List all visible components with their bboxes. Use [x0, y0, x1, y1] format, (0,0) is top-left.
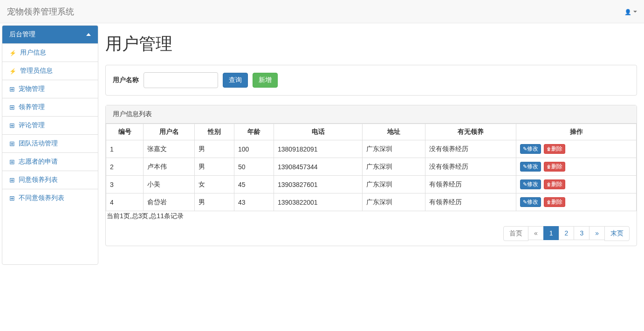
sitemap-icon	[9, 85, 15, 93]
table-panel: 用户信息列表 编号 用户名 性别 年龄 电话 地址 有无领养 操作 1张嘉文男1…	[105, 105, 637, 246]
pencil-icon	[523, 181, 527, 187]
cell-phone: 13903822001	[274, 193, 363, 211]
th-gender: 性别	[195, 124, 234, 140]
th-phone: 电话	[274, 124, 363, 140]
sidebar-item-label: 管理员信息	[20, 67, 53, 75]
query-button[interactable]: 查询	[223, 73, 248, 88]
sidebar-item-5[interactable]: 团队活动管理	[2, 134, 98, 152]
sidebar-item-8[interactable]: 不同意领养列表	[2, 189, 98, 207]
cell-ops: 修改删除	[516, 176, 637, 193]
cell-gender: 男	[195, 158, 234, 176]
pencil-icon	[523, 145, 527, 152]
sitemap-icon	[9, 158, 15, 166]
page-2[interactable]: 2	[559, 226, 575, 240]
page-next[interactable]: »	[589, 226, 605, 240]
th-adopt: 有无领养	[425, 124, 516, 140]
sidebar-item-label: 不同意领养列表	[19, 194, 64, 202]
cell-name: 卢本伟	[144, 158, 195, 176]
sidebar-item-label: 领养管理	[19, 103, 45, 111]
sitemap-icon	[9, 194, 15, 202]
sidebar-item-label: 用户信息	[20, 48, 46, 57]
navbar: 宠物领养管理系统	[0, 0, 644, 23]
cell-addr: 广东深圳	[363, 176, 425, 193]
sidebar-item-6[interactable]: 志愿者的申请	[2, 152, 98, 171]
page-last[interactable]: 末页	[604, 226, 630, 241]
delete-button[interactable]: 删除	[544, 144, 565, 154]
sitemap-icon	[9, 140, 15, 147]
cell-gender: 女	[195, 176, 234, 193]
cell-age: 43	[234, 193, 274, 211]
cell-adopt: 没有领养经历	[425, 158, 516, 176]
th-id: 编号	[106, 124, 144, 140]
page-info: 当前1页,总3页,总11条记录	[106, 211, 637, 221]
user-icon	[624, 8, 631, 15]
cell-adopt: 有领养经历	[425, 176, 516, 193]
add-button[interactable]: 新增	[253, 73, 278, 88]
table-row: 1张嘉文男10013809182091广东深圳没有领养经历修改删除	[106, 140, 637, 158]
edit-button[interactable]: 修改	[520, 197, 541, 207]
cell-id: 4	[106, 193, 144, 211]
sidebar-item-7[interactable]: 同意领养列表	[2, 171, 98, 189]
cell-age: 45	[234, 176, 274, 193]
cell-adopt: 有领养经历	[425, 193, 516, 211]
pencil-icon	[523, 163, 527, 170]
sidebar-item-0[interactable]: 用户信息	[2, 43, 98, 62]
pagination: 首页«123»末页	[106, 226, 630, 241]
cell-addr: 广东深圳	[363, 158, 425, 176]
page-prev[interactable]: «	[528, 226, 544, 240]
page-title: 用户管理	[105, 33, 637, 55]
caret-down-icon	[633, 11, 637, 13]
trash-icon	[547, 181, 551, 187]
sitemap-icon	[9, 122, 15, 129]
sitemap-icon	[9, 176, 15, 184]
delete-button[interactable]: 删除	[544, 197, 565, 207]
cell-ops: 修改删除	[516, 193, 637, 211]
cell-id: 1	[106, 140, 144, 158]
edit-button[interactable]: 修改	[520, 144, 541, 154]
cell-gender: 男	[195, 140, 234, 158]
table-row: 4俞岱岩男4313903822001广东深圳有领养经历修改删除	[106, 193, 637, 211]
search-input[interactable]	[144, 72, 218, 88]
sidebar-item-3[interactable]: 领养管理	[2, 98, 98, 116]
pencil-icon	[523, 199, 527, 205]
sidebar-item-label: 评论管理	[19, 121, 45, 130]
th-age: 年龄	[234, 124, 274, 140]
page-1[interactable]: 1	[543, 226, 559, 240]
cell-adopt: 没有领养经历	[425, 140, 516, 158]
sidebar-item-label: 团队活动管理	[19, 139, 58, 148]
sidebar: 后台管理 用户信息管理员信息宠物管理领养管理评论管理团队活动管理志愿者的申请同意…	[2, 25, 98, 265]
sidebar-item-1[interactable]: 管理员信息	[2, 62, 98, 80]
cell-phone: 13903827601	[274, 176, 363, 193]
trash-icon	[547, 163, 551, 170]
table-row: 3小美女4513903827601广东深圳有领养经历修改删除	[106, 176, 637, 193]
cell-phone: 13809182091	[274, 140, 363, 158]
cell-name: 张嘉文	[144, 140, 195, 158]
table-heading: 用户信息列表	[106, 105, 637, 124]
cell-age: 100	[234, 140, 274, 158]
cell-gender: 男	[195, 193, 234, 211]
sidebar-item-2[interactable]: 宠物管理	[2, 80, 98, 98]
sidebar-item-4[interactable]: 评论管理	[2, 116, 98, 134]
navbar-brand: 宠物领养管理系统	[7, 6, 74, 17]
sidebar-item-label: 志愿者的申请	[19, 158, 58, 166]
user-menu-toggle[interactable]	[624, 8, 637, 15]
search-panel: 用户名称 查询 新增	[105, 65, 637, 96]
flash-icon	[9, 49, 16, 56]
cell-addr: 广东深圳	[363, 193, 425, 211]
delete-button[interactable]: 删除	[544, 179, 565, 189]
cell-ops: 修改删除	[516, 140, 637, 158]
page-first[interactable]: 首页	[503, 226, 528, 241]
delete-button[interactable]: 删除	[544, 162, 565, 172]
edit-button[interactable]: 修改	[520, 179, 541, 189]
page-3[interactable]: 3	[574, 226, 589, 240]
sidebar-heading[interactable]: 后台管理	[2, 26, 98, 43]
sidebar-item-label: 宠物管理	[19, 85, 45, 93]
flash-icon	[9, 67, 16, 75]
cell-addr: 广东深圳	[363, 140, 425, 158]
cell-ops: 修改删除	[516, 158, 637, 176]
search-label: 用户名称	[113, 76, 139, 84]
cell-age: 50	[234, 158, 274, 176]
trash-icon	[547, 145, 551, 152]
edit-button[interactable]: 修改	[520, 162, 541, 172]
sidebar-heading-label: 后台管理	[9, 30, 35, 39]
